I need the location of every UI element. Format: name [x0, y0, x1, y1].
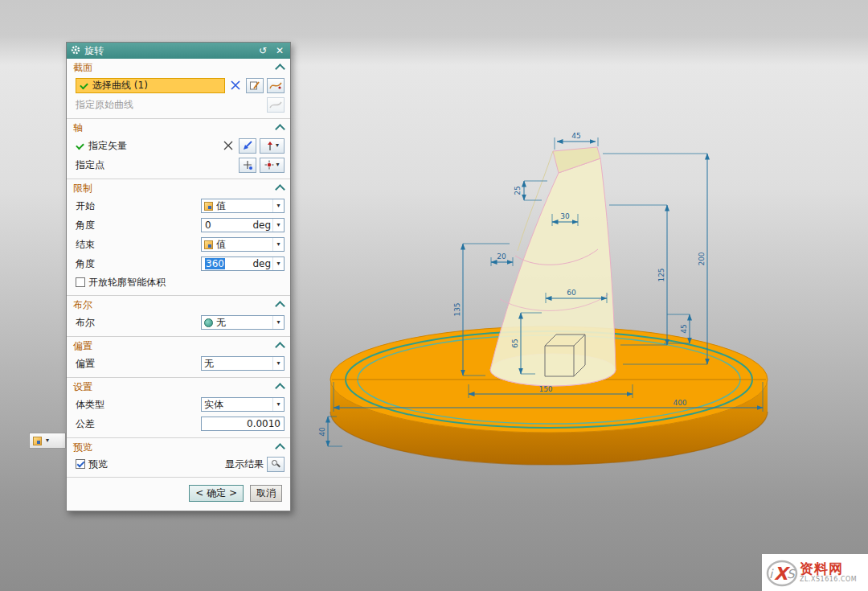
group-section: 截面 选择曲线 (1) 指定原始曲线: [67, 59, 290, 119]
reset-button[interactable]: ↺: [256, 44, 269, 57]
close-button[interactable]: ✕: [273, 44, 286, 57]
tolerance-value: 0.0010: [247, 418, 280, 429]
chevron-up-icon[interactable]: [275, 383, 285, 393]
mini-option-dropdown[interactable]: ▾: [29, 433, 66, 449]
open-profile-label: 开放轮廓智能体积: [88, 276, 166, 289]
start-combo-value: 值: [216, 199, 269, 213]
none-option-icon: [204, 318, 213, 327]
chevron-down-icon[interactable]: ▾: [272, 238, 284, 251]
chevron-up-icon[interactable]: [275, 342, 285, 352]
end-combo[interactable]: 值 ▾: [201, 237, 285, 252]
tolerance-input[interactable]: 0.0010: [201, 417, 285, 431]
end-combo-value: 值: [216, 238, 269, 252]
chevron-up-icon[interactable]: [275, 443, 285, 454]
open-profile-checkbox[interactable]: [76, 277, 85, 287]
start-angle-label: 角度: [76, 219, 198, 232]
gear-icon: [71, 45, 80, 57]
check-icon: [80, 81, 88, 90]
value-icon: [204, 202, 213, 211]
dimension-label[interactable]: 200: [698, 252, 706, 265]
dimension-label[interactable]: 60: [567, 289, 576, 297]
chevron-down-icon[interactable]: ▾: [272, 316, 284, 329]
dialog-title: 旋转: [84, 44, 252, 58]
point-dialog-button[interactable]: [239, 158, 256, 173]
chevron-down-icon[interactable]: ▾: [272, 398, 284, 411]
show-result-label: 显示结果: [225, 458, 264, 471]
offset-combo[interactable]: 无 ▾: [201, 356, 285, 371]
dimension-label[interactable]: 400: [673, 399, 686, 407]
group-header-offset[interactable]: 偏置: [67, 338, 290, 354]
group-axis: 轴 指定矢量 ▾ 指定点: [67, 119, 290, 179]
start-combo[interactable]: 值 ▾: [201, 199, 285, 213]
end-label: 结束: [76, 238, 198, 252]
dimension-label[interactable]: 65: [511, 339, 519, 347]
group-boolean: 布尔 布尔 无 ▾: [67, 296, 290, 337]
chevron-down-icon[interactable]: ▾: [272, 219, 284, 232]
start-angle-value: 0: [205, 220, 252, 231]
reverse-vector-icon[interactable]: [221, 138, 235, 154]
ok-button[interactable]: < 确定 >: [189, 485, 244, 502]
start-label: 开始: [76, 199, 198, 213]
chevron-down-icon[interactable]: ▾: [276, 162, 279, 168]
chevron-up-icon[interactable]: [275, 301, 285, 311]
group-title: 预览: [73, 441, 276, 454]
boolean-label: 布尔: [76, 316, 198, 330]
chevron-down-icon[interactable]: ▾: [272, 357, 284, 370]
dialog-titlebar[interactable]: 旋转 ↺ ✕: [67, 43, 290, 59]
brand-site: ZL.XS1616.COM: [800, 577, 857, 584]
dimension-label[interactable]: 135: [453, 302, 461, 316]
group-header-settings[interactable]: 设置: [67, 379, 290, 395]
group-header-boolean[interactable]: 布尔: [67, 297, 290, 313]
chevron-up-icon[interactable]: [275, 184, 285, 195]
show-result-button[interactable]: [267, 457, 285, 472]
select-curve-field[interactable]: 选择曲线 (1): [76, 78, 225, 93]
tolerance-label: 公差: [76, 417, 198, 431]
value-icon: [204, 240, 213, 249]
group-title: 偏置: [73, 339, 276, 353]
chevron-down-icon[interactable]: ▾: [272, 199, 284, 212]
chevron-down-icon[interactable]: ▾: [272, 257, 284, 270]
boolean-combo[interactable]: 无 ▾: [201, 315, 285, 330]
end-angle-unit: deg: [252, 258, 271, 269]
boolean-combo-value: 无: [216, 316, 269, 330]
preview-checkbox[interactable]: [76, 459, 85, 469]
group-header-axis[interactable]: 轴: [67, 120, 290, 136]
dimension-label[interactable]: 30: [560, 212, 570, 220]
offset-label: 偏置: [76, 357, 198, 371]
dimension-label[interactable]: 150: [538, 385, 552, 393]
chevron-down-icon[interactable]: ▾: [46, 437, 49, 444]
dimension-label[interactable]: 20: [497, 252, 506, 261]
magnifier-icon: [271, 459, 281, 470]
start-angle-unit: deg: [252, 220, 271, 231]
end-angle-label: 角度: [76, 257, 198, 271]
select-curve-label: 选择曲线 (1): [92, 79, 148, 92]
dimension-label[interactable]: 45: [680, 324, 688, 333]
group-header-preview[interactable]: 预览: [67, 439, 290, 455]
stop-at-intersection-icon[interactable]: [228, 78, 243, 93]
curve-rule-button[interactable]: [267, 78, 285, 93]
brand-logo-icon: i X S: [766, 556, 798, 589]
start-angle-input[interactable]: 0 deg ▾: [201, 218, 285, 232]
dimension-label[interactable]: 25: [514, 186, 522, 195]
dimension-label[interactable]: 125: [657, 268, 665, 281]
chevron-up-icon[interactable]: [275, 124, 285, 134]
chevron-down-icon[interactable]: ▾: [276, 142, 279, 149]
dimension-label[interactable]: 40: [318, 427, 326, 437]
group-title: 截面: [73, 61, 276, 75]
svg-text:S: S: [787, 567, 796, 581]
group-header-limits[interactable]: 限制: [67, 180, 290, 196]
inferred-vector-button[interactable]: [239, 138, 256, 154]
end-angle-input[interactable]: 360 deg ▾: [201, 257, 285, 271]
origin-curve-label: 指定原始曲线: [76, 98, 264, 112]
cancel-button[interactable]: 取消: [250, 485, 282, 502]
chevron-up-icon[interactable]: [275, 64, 285, 74]
revolve-preview-cone[interactable]: [490, 147, 616, 386]
vector-dialog-button[interactable]: ▾: [260, 138, 285, 154]
origin-curve-button: [267, 97, 285, 113]
group-title: 限制: [73, 182, 276, 195]
group-header-section[interactable]: 截面: [67, 60, 290, 76]
dimension-label[interactable]: 45: [571, 132, 580, 140]
body-type-combo[interactable]: 实体 ▾: [201, 397, 285, 412]
inferred-point-button[interactable]: ▾: [260, 158, 285, 173]
sketch-section-button[interactable]: [246, 78, 264, 93]
